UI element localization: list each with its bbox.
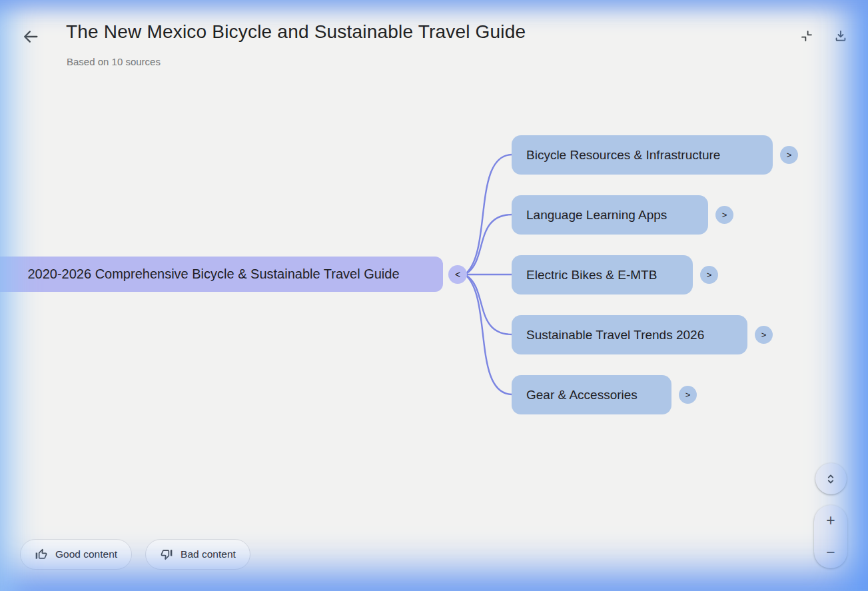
- collapse-node-button[interactable]: <: [448, 265, 467, 284]
- mindmap-branch: Bicycle Resources & Infrastructure >: [512, 135, 798, 175]
- node-label: Language Learning Apps: [526, 208, 667, 223]
- mindmap-branch: Sustainable Travel Trends 2026 >: [512, 315, 773, 354]
- expand-node-button[interactable]: >: [700, 266, 718, 284]
- thumb-down-icon: [160, 548, 173, 561]
- zoom-pill: + −: [814, 505, 847, 568]
- arrow-left-icon: [21, 27, 40, 46]
- download-icon: [833, 29, 848, 43]
- bad-content-button[interactable]: Bad content: [145, 539, 250, 570]
- mindmap-node[interactable]: Sustainable Travel Trends 2026: [512, 315, 747, 354]
- mindmap-node[interactable]: Bicycle Resources & Infrastructure: [512, 135, 773, 175]
- zoom-in-button[interactable]: +: [814, 505, 847, 537]
- page-title: The New Mexico Bicycle and Sustainable T…: [66, 21, 526, 43]
- bad-content-label: Bad content: [181, 548, 236, 560]
- mindmap-branch: Language Learning Apps >: [512, 195, 733, 235]
- mindmap-node[interactable]: Language Learning Apps: [512, 195, 708, 235]
- unfold-more-icon: [823, 472, 838, 486]
- zoom-controls: + −: [814, 463, 847, 568]
- back-button[interactable]: [18, 24, 43, 49]
- mindmap-root-node[interactable]: 2020-2026 Comprehensive Bicycle & Sustai…: [0, 257, 443, 292]
- expand-node-button[interactable]: >: [780, 146, 798, 164]
- source-count: Based on 10 sources: [67, 56, 161, 67]
- node-label: Sustainable Travel Trends 2026: [526, 328, 704, 342]
- feedback-bar: Good content Bad content: [20, 539, 250, 570]
- good-content-button[interactable]: Good content: [20, 539, 132, 570]
- root-node-label: 2020-2026 Comprehensive Bicycle & Sustai…: [27, 267, 399, 282]
- header-actions: [793, 22, 854, 49]
- mindmap-branch: Electric Bikes & E-MTB >: [512, 255, 718, 295]
- expand-node-button[interactable]: >: [679, 386, 697, 404]
- collapse-content-button[interactable]: [793, 22, 820, 49]
- good-content-label: Good content: [55, 548, 117, 560]
- mindmap-canvas[interactable]: 2020-2026 Comprehensive Bicycle & Sustai…: [0, 0, 868, 591]
- expand-node-button[interactable]: >: [755, 326, 773, 344]
- download-button[interactable]: [827, 22, 854, 49]
- thumb-up-icon: [35, 548, 48, 561]
- mindmap-branch: Gear & Accessories >: [512, 375, 697, 414]
- node-label: Electric Bikes & E-MTB: [526, 268, 657, 283]
- node-label: Bicycle Resources & Infrastructure: [526, 148, 720, 163]
- node-label: Gear & Accessories: [526, 388, 638, 402]
- zoom-out-button[interactable]: −: [814, 537, 847, 569]
- collapse-content-icon: [799, 29, 814, 43]
- mindmap-node[interactable]: Electric Bikes & E-MTB: [512, 255, 693, 295]
- mindmap-edges: [0, 0, 868, 591]
- expand-node-button[interactable]: >: [715, 206, 733, 224]
- mindmap-node[interactable]: Gear & Accessories: [512, 375, 671, 414]
- fit-view-button[interactable]: [815, 463, 847, 494]
